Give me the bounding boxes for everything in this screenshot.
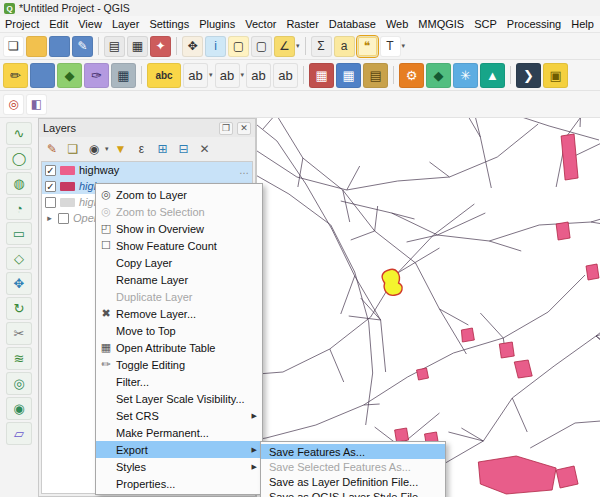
menu-mmqgis[interactable]: MMQGIS	[413, 17, 469, 31]
menu-item-export[interactable]: Export▶	[96, 441, 262, 458]
scp-plugin-button[interactable]: ▣	[543, 63, 568, 88]
menu-item-make-permanent[interactable]: Make Permanent...	[96, 424, 262, 441]
layer-visibility-checkbox[interactable]	[58, 213, 69, 224]
menu-item-save-selected-features-as[interactable]: Save Selected Features As...	[261, 459, 445, 474]
menu-settings[interactable]: Settings	[144, 17, 194, 31]
model-designer-button[interactable]: ◆	[426, 63, 451, 88]
save-project-button[interactable]	[49, 36, 70, 57]
menu-item-copy-layer[interactable]: Copy Layer	[96, 254, 262, 271]
menu-item-filter[interactable]: Filter...	[96, 373, 262, 390]
deselect-features-button[interactable]: ▢	[251, 36, 272, 57]
search-zoom-button[interactable]: ◎	[3, 94, 24, 115]
filter-by-expression-icon[interactable]: ε	[133, 140, 151, 158]
menu-item-move-to-top[interactable]: Move to Top	[96, 322, 262, 339]
processing-toolbox-button[interactable]: ⚙	[399, 63, 424, 88]
layer-row-highway[interactable]: ✓ highway …	[42, 162, 252, 178]
merge-features-button[interactable]: ▱	[6, 422, 32, 445]
menu-help[interactable]: Help	[566, 17, 599, 31]
remove-layer-icon[interactable]: ✕	[196, 140, 214, 158]
menu-item-remove-layer[interactable]: ✖Remove Layer...	[96, 305, 262, 322]
menu-plugins[interactable]: Plugins	[194, 17, 240, 31]
db-manager-button[interactable]: ▤	[363, 63, 388, 88]
menu-edit[interactable]: Edit	[44, 17, 73, 31]
menu-processing[interactable]: Processing	[502, 17, 566, 31]
menu-item-open-attribute-table[interactable]: ▦Open Attribute Table	[96, 339, 262, 356]
map-tips-button[interactable]: ❝	[357, 36, 378, 57]
menu-item-set-crs[interactable]: Set CRS▶	[96, 407, 262, 424]
digitize-spline-button[interactable]: ∿	[6, 122, 32, 145]
menu-item-zoom-to-layer[interactable]: ◎Zoom to Layer	[96, 186, 262, 203]
measure-dropdown-icon[interactable]: ▾	[296, 42, 300, 50]
rotate-feature-button[interactable]: ↻	[6, 297, 32, 320]
annotation-dropdown-icon[interactable]: ▾	[402, 42, 406, 50]
save-layer-edits-button[interactable]	[30, 63, 55, 88]
vertex-tool-button[interactable]: ✑	[84, 63, 109, 88]
pan-map-button[interactable]: ✥	[182, 36, 203, 57]
layer-visibility-checkbox[interactable]: ✓	[45, 181, 56, 192]
digitize-circle-3p-button[interactable]: ◍	[6, 172, 32, 195]
menu-item-show-in-overview[interactable]: ◰Show in Overview	[96, 220, 262, 237]
filter-legend-icon[interactable]: ▼	[112, 140, 130, 158]
menu-scp[interactable]: SCP	[469, 17, 502, 31]
manage-map-themes-icon[interactable]: ◉	[85, 140, 103, 158]
advanced-digitizing-button[interactable]: ▦	[111, 63, 136, 88]
map-themes-dropdown-icon[interactable]: ▾	[105, 145, 109, 153]
menu-database[interactable]: Database	[324, 17, 381, 31]
menu-item-show-feature-count[interactable]: ☐Show Feature Count	[96, 237, 262, 254]
layer-labeling-button[interactable]: abc	[147, 63, 181, 88]
digitize-rectangle-button[interactable]: ▭	[6, 222, 32, 245]
move-label-dropdown-icon[interactable]: ▾	[241, 71, 245, 79]
move-feature-button[interactable]: ✥	[6, 272, 32, 295]
pin-labels-dropdown-icon[interactable]: ▾	[209, 71, 213, 79]
menu-item-save-features-as[interactable]: Save Features As...	[261, 444, 445, 459]
raster-overview-button[interactable]: ▦	[309, 63, 334, 88]
pin-labels-button[interactable]: ab	[183, 63, 208, 88]
menu-item-zoom-to-selection[interactable]: ◎Zoom to Selection	[96, 203, 262, 220]
add-polygon-feature-button[interactable]: ◆	[57, 63, 82, 88]
reshape-features-button[interactable]: ≋	[6, 347, 32, 370]
move-label-button[interactable]: ab	[215, 63, 240, 88]
fill-ring-button[interactable]: ◉	[6, 397, 32, 420]
rotate-label-button[interactable]: ab	[246, 63, 271, 88]
open-project-button[interactable]	[26, 36, 47, 57]
digitize-ellipse-button[interactable]: ◔	[6, 197, 32, 220]
statistical-summary-button[interactable]: Σ	[311, 36, 332, 57]
add-group-icon[interactable]: ❑	[64, 140, 82, 158]
menu-project[interactable]: Project	[0, 17, 44, 31]
split-features-button[interactable]: ✂	[6, 322, 32, 345]
identify-features-button[interactable]: i	[205, 36, 226, 57]
add-ring-button[interactable]: ◎	[6, 372, 32, 395]
change-label-button[interactable]: ab	[273, 63, 298, 88]
layer-visibility-checkbox[interactable]	[45, 197, 56, 208]
measure-line-button[interactable]: ∠	[274, 36, 295, 57]
styling-panel-icon[interactable]: ✎	[43, 140, 61, 158]
menu-view[interactable]: View	[73, 17, 107, 31]
menu-web[interactable]: Web	[381, 17, 413, 31]
layer-visibility-checkbox[interactable]: ✓	[45, 165, 56, 176]
menu-item-save-as-layer-definition-file[interactable]: Save as Layer Definition File...	[261, 474, 445, 489]
expand-all-icon[interactable]: ⊞	[154, 140, 172, 158]
save-project-as-button[interactable]: ✎	[72, 36, 93, 57]
panel-close-icon[interactable]: ✕	[237, 122, 251, 135]
profile-tool-button[interactable]: ▲	[480, 63, 505, 88]
expander-icon[interactable]: ▸	[45, 213, 54, 223]
collapse-all-icon[interactable]: ⊟	[175, 140, 193, 158]
menu-item-save-as-qgis-layer-style-file[interactable]: Save as QGIS Layer Style File...	[261, 489, 445, 497]
select-features-button[interactable]: ▢	[228, 36, 249, 57]
raster-layers-button[interactable]: ▦	[336, 63, 361, 88]
labeling-options-button[interactable]: a	[334, 36, 355, 57]
new-print-layout-button[interactable]: ▤	[104, 36, 125, 57]
panel-float-icon[interactable]: ❐	[219, 122, 233, 135]
menu-item-duplicate-layer[interactable]: Duplicate Layer	[96, 288, 262, 305]
menu-item-styles[interactable]: Styles▶	[96, 458, 262, 475]
digitize-circle-2p-button[interactable]: ◯	[6, 147, 32, 170]
menu-vector[interactable]: Vector	[240, 17, 281, 31]
menu-item-properties[interactable]: Properties...	[96, 475, 262, 492]
scp-tools-button[interactable]: ◧	[26, 94, 47, 115]
menu-item-set-layer-scale-visibility[interactable]: Set Layer Scale Visibility...	[96, 390, 262, 407]
python-console-button[interactable]: ❯	[516, 63, 541, 88]
text-annotation-button[interactable]: T	[380, 36, 401, 57]
new-project-button[interactable]: ❏	[3, 36, 24, 57]
menu-item-rename-layer[interactable]: Rename Layer	[96, 271, 262, 288]
menu-raster[interactable]: Raster	[281, 17, 323, 31]
